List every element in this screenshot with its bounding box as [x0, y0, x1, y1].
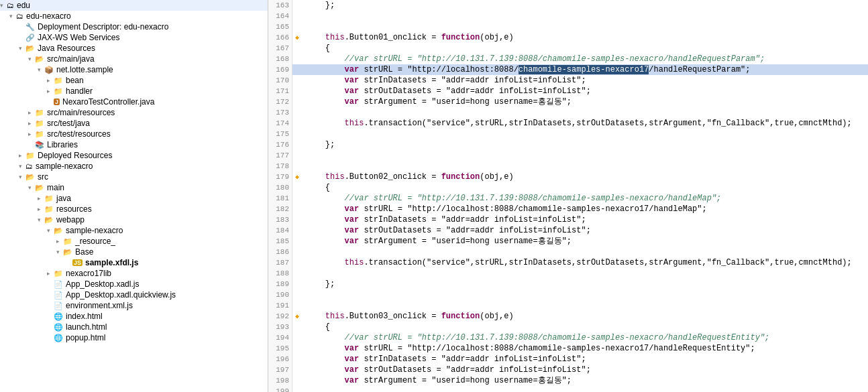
tree-item-_resource_[interactable]: ▸📁_resource_ — [0, 236, 268, 247]
tree-item-deployed-resources[interactable]: ▸📁Deployed Resources — [0, 150, 268, 161]
line-number: 175 — [268, 129, 292, 139]
tree-item-base[interactable]: ▾📂Base — [0, 247, 268, 257]
tree-item-index-html[interactable]: 🌐index.html — [0, 311, 268, 322]
code-line[interactable]: 172 var strArgument = "userid=hong usern… — [268, 96, 868, 107]
code-line[interactable]: 195 var strURL = "http://localhost:8088/… — [268, 343, 868, 354]
code-line[interactable]: 179◆ this.Button02_onclick = function(ob… — [268, 172, 868, 182]
tree-item-nexacro17lib[interactable]: ▸📁nexacro17lib — [0, 268, 268, 279]
file-tree[interactable]: ▾🗂edu▾🗂edu-nexacro🔧Deployment Descriptor… — [0, 0, 268, 392]
tree-label: Deployed Resources — [38, 151, 112, 160]
line-bookmark: ◆ — [292, 311, 302, 322]
code-line[interactable]: 174 this.transaction("service",strURL,st… — [268, 118, 868, 129]
code-line[interactable]: 193 { — [268, 322, 868, 332]
tree-item-edu-nexacro[interactable]: ▾🗂edu-nexacro — [0, 11, 268, 21]
tree-item-edu[interactable]: ▾🗂edu — [0, 0, 268, 11]
tree-item-src-test-resources[interactable]: ▸📁src/test/resources — [0, 129, 268, 139]
code-line[interactable]: 183 var strInDatasets = "addr=addr infoL… — [268, 214, 868, 225]
code-line[interactable]: 170 var strInDatasets = "addr=addr infoL… — [268, 75, 868, 86]
code-line[interactable]: 167 { — [268, 43, 868, 54]
code-line[interactable]: 199 — [268, 386, 868, 392]
tree-icon: JS — [72, 259, 83, 266]
tree-item-sample-nexacro-sub[interactable]: ▾📂sample-nexacro — [0, 225, 268, 236]
line-bookmark — [292, 43, 302, 54]
tree-item-sample-nexacro[interactable]: ▾🗂sample-nexacro — [0, 161, 268, 172]
line-content: var strArgument = "userid=hong username=… — [302, 96, 868, 107]
tree-item-src[interactable]: ▾📂src — [0, 172, 268, 182]
tree-item-nexaro-controller[interactable]: JNexaroTestController.java — [0, 96, 268, 107]
code-line[interactable]: 182 var strURL = "http://localhost:8088/… — [268, 204, 868, 214]
code-line[interactable]: 171 var strOutDatasets = "addr=addr info… — [268, 86, 868, 96]
tree-item-deployment[interactable]: 🔧Deployment Descriptor: edu-nexacro — [0, 21, 268, 32]
code-line[interactable]: 191 — [268, 300, 868, 311]
code-line[interactable]: 163 }; — [268, 0, 868, 11]
code-line[interactable]: 196 var strInDatasets = "addr=addr infoL… — [268, 354, 868, 365]
line-bookmark — [292, 332, 302, 343]
tree-label: launch.html — [66, 322, 107, 332]
code-line[interactable]: 198 var strArgument = "userid=hong usern… — [268, 375, 868, 386]
code-line[interactable]: 178 — [268, 161, 868, 172]
code-line[interactable]: 189 }; — [268, 279, 868, 289]
code-line[interactable]: 177 — [268, 150, 868, 161]
line-content — [302, 129, 868, 139]
tree-icon: 📚 — [35, 141, 44, 149]
tree-item-java[interactable]: ▸📁java — [0, 193, 268, 204]
code-line[interactable]: 190 — [268, 289, 868, 300]
line-content: var strURL = "http://localhost:8088/cham… — [302, 64, 868, 75]
line-number: 181 — [268, 193, 292, 204]
tree-label: App_Desktop.xadl.quickview.js — [66, 290, 176, 300]
tree-item-handler[interactable]: ▸📁handler — [0, 86, 268, 96]
tree-item-app-desktop-quickview[interactable]: 📄App_Desktop.xadl.quickview.js — [0, 289, 268, 300]
tree-label: sample.xfdl.js — [85, 258, 138, 267]
line-bookmark — [292, 257, 302, 268]
tree-arrow: ▾ — [9, 13, 16, 19]
tree-item-app-desktop-xadl[interactable]: 📄App_Desktop.xadl.js — [0, 279, 268, 289]
code-line[interactable]: 180 { — [268, 182, 868, 193]
tree-icon: 📁 — [63, 237, 72, 246]
tree-item-resources[interactable]: ▸📁resources — [0, 204, 268, 214]
tree-item-sample-xfdl[interactable]: JSsample.xfdl.js — [0, 257, 268, 268]
tree-item-environment-xml[interactable]: 📄environment.xml.js — [0, 300, 268, 311]
code-line[interactable]: 185 var strArgument = "userid=hong usern… — [268, 236, 868, 247]
code-line[interactable]: 184 var strOutDatasets = "addr=addr info… — [268, 225, 868, 236]
code-line[interactable]: 168 //var strURL = "http://10.131.7.139:… — [268, 54, 868, 64]
code-line[interactable]: 166◆ this.Button01_onclick = function(ob… — [268, 32, 868, 43]
code-editor[interactable]: 163 };164165166◆ this.Button01_onclick =… — [268, 0, 868, 392]
code-line[interactable]: 186 — [268, 247, 868, 257]
tree-item-jaxws[interactable]: 🔗JAX-WS Web Services — [0, 32, 268, 43]
code-line[interactable]: 165 — [268, 21, 868, 32]
tree-label: index.html — [66, 312, 103, 321]
code-line[interactable]: 181 //var strURL = "http://10.131.7.139:… — [268, 193, 868, 204]
tree-item-libraries[interactable]: 📚Libraries — [0, 139, 268, 150]
tree-arrow: ▸ — [47, 88, 54, 94]
line-number: 165 — [268, 21, 292, 32]
tree-item-bean[interactable]: ▸📁bean — [0, 75, 268, 86]
line-content: //var strURL = "http://10.131.7.139:8088… — [302, 332, 868, 343]
tree-item-java-resources[interactable]: ▾📂Java Resources — [0, 43, 268, 54]
tree-item-webapp[interactable]: ▾📂webapp — [0, 214, 268, 225]
code-line[interactable]: 173 — [268, 107, 868, 118]
code-line[interactable]: 164 — [268, 11, 868, 21]
code-line[interactable]: 192◆ this.Button03_onclick = function(ob… — [268, 311, 868, 322]
line-bookmark — [292, 268, 302, 279]
tree-label: src/main/java — [47, 54, 95, 64]
code-line[interactable]: 194 //var strURL = "http://10.131.7.139:… — [268, 332, 868, 343]
tree-item-src-main-resources[interactable]: ▸📁src/main/resources — [0, 107, 268, 118]
tree-icon: 🗂 — [25, 162, 33, 170]
tree-item-popup-html[interactable]: 🌐popup.html — [0, 332, 268, 343]
tree-item-src-test-java[interactable]: ▸📁src/test/java — [0, 118, 268, 129]
line-number: 163 — [268, 0, 292, 11]
tree-label: bean — [66, 76, 84, 85]
tree-arrow: ▸ — [56, 238, 63, 245]
code-line[interactable]: 197 var strOutDatasets = "addr=addr info… — [268, 365, 868, 375]
line-number: 174 — [268, 118, 292, 129]
tree-item-src-main-java[interactable]: ▾📂src/main/java — [0, 54, 268, 64]
code-line[interactable]: 188 — [268, 268, 868, 279]
code-line[interactable]: 175 — [268, 129, 868, 139]
code-line[interactable]: 187 this.transaction("service",strURL,st… — [268, 257, 868, 268]
tree-item-net-lotte-sample[interactable]: ▾📦net.lotte.sample — [0, 64, 268, 75]
code-line[interactable]: 169 var strURL = "http://localhost:8088/… — [268, 64, 868, 75]
tree-item-main[interactable]: ▾📂main — [0, 182, 268, 193]
tree-item-launch-html[interactable]: 🌐launch.html — [0, 322, 268, 332]
code-line[interactable]: 176 }; — [268, 139, 868, 150]
line-bookmark — [292, 365, 302, 375]
